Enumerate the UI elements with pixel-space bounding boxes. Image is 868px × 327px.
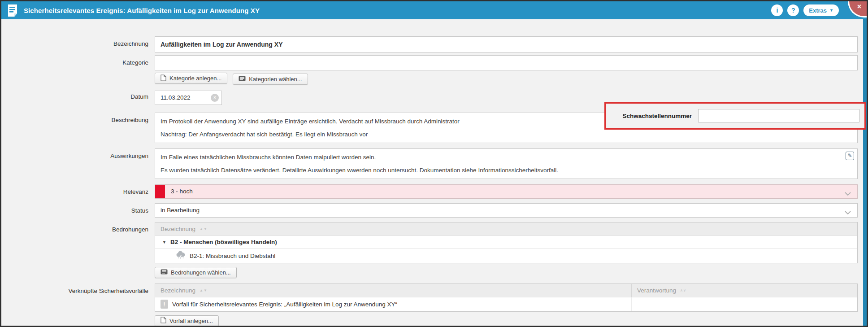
threat-item-label: B2-1: Missbrauch und Diebstahl <box>190 253 275 259</box>
schwachstellennummer-highlight-box: Schwachstellennummer <box>604 102 866 130</box>
clear-date-icon[interactable]: × <box>211 94 219 102</box>
list-icon <box>239 76 246 83</box>
status-value: in Bearbeitung <box>155 207 200 214</box>
auswirkungen-textarea[interactable]: Im Falle eines tatsächlichen Missbrauchs… <box>155 148 858 179</box>
info-button[interactable]: i <box>771 4 783 16</box>
table-row-threat-group[interactable]: ▼ B2 - Menschen (böswilliges Handeln) <box>155 235 857 249</box>
help-button[interactable]: ? <box>787 4 799 16</box>
new-document-icon <box>161 317 166 325</box>
threat-group-label: B2 - Menschen (böswilliges Handeln) <box>170 239 277 245</box>
incident-bezeichnung-cell: ! Vorfall für Sicherheitsrelevantes Erei… <box>155 297 632 311</box>
extras-button-label: Extras <box>809 7 827 14</box>
schwachstellennummer-label: Schwachstellennummer <box>606 113 698 119</box>
bedrohungen-table-header: Bezeichnung ▲▼ <box>155 222 857 235</box>
beschreibung-label: Beschreibung <box>1 113 155 123</box>
chevron-down-icon <box>845 209 851 216</box>
bedrohungen-label: Bedrohungen <box>1 222 155 233</box>
list-icon <box>161 269 168 276</box>
kategorie-label: Kategorie <box>1 55 155 66</box>
column-header-bezeichnung[interactable]: Bezeichnung ▲▼ <box>155 222 208 235</box>
table-row-threat-item[interactable]: B2-1: Missbrauch und Diebstahl <box>155 249 857 263</box>
kategorie-row: Kategorie <box>1 55 867 70</box>
kategorie-anlegen-button[interactable]: Kategorie anlegen... <box>155 73 227 84</box>
page-title: Sicherheitsrelevantes Ereignis: Aufällig… <box>24 7 260 14</box>
form-content: Bezeichnung Kategorie Kategorie anlegen.… <box>1 36 867 327</box>
vorfaelle-label: Verknüpfte Sicherheitsvorfälle <box>1 283 155 294</box>
kategorie-input[interactable] <box>155 55 858 70</box>
titlebar-actions: i ? Extras ▼ <box>771 1 839 19</box>
vorfaelle-row: Verknüpfte Sicherheitsvorfälle Bezeichnu… <box>1 283 867 312</box>
relevanz-select[interactable]: 3 - hoch <box>155 184 858 199</box>
bedrohungen-button-row: Bedrohungen wählen... <box>155 267 867 278</box>
vorfall-anlegen-button[interactable]: Vorfall anlegen... <box>155 315 219 327</box>
bedrohungen-waehlen-button[interactable]: Bedrohungen wählen... <box>155 267 237 278</box>
schwachstellennummer-input[interactable] <box>698 109 859 122</box>
bezeichnung-label: Bezeichnung <box>1 36 155 47</box>
column-header-bezeichnung[interactable]: Bezeichnung ▲▼ <box>155 284 632 297</box>
vorfall-button-row: Vorfall anlegen... <box>155 315 867 327</box>
incident-label: Vorfall für Sicherheitsrelevantes Ereign… <box>172 301 397 308</box>
status-row: Status in Bearbeitung <box>1 203 867 218</box>
beschreibung-line-2: Nachtrag: Der Anfangsverdacht hat sich b… <box>161 131 842 138</box>
edit-icon[interactable]: ✎ <box>846 152 854 160</box>
collapse-caret-icon: ▼ <box>162 240 166 244</box>
auswirkungen-line-2: Es wurden tatsächlich Datensätze verände… <box>161 167 842 174</box>
vorfaelle-table-header: Bezeichnung ▲▼ Verantwortung ∧∨ <box>155 284 857 297</box>
relevanz-row: Relevanz 3 - hoch <box>1 184 867 199</box>
threat-cloud-icon <box>176 251 186 261</box>
chevron-down-icon: ▼ <box>829 8 833 13</box>
kategorien-waehlen-label: Kategorien wählen... <box>249 76 302 83</box>
auswirkungen-row: Auswirkungen Im Falle eines tatsächliche… <box>1 148 867 179</box>
sort-icon: ▲▼ <box>200 227 208 231</box>
relevanz-label: Relevanz <box>1 184 155 195</box>
auswirkungen-label: Auswirkungen <box>1 148 155 159</box>
table-row-incident[interactable]: ! Vorfall für Sicherheitsrelevantes Erei… <box>155 297 857 311</box>
dialog-window: Sicherheitsrelevantes Ereignis: Aufällig… <box>0 0 868 327</box>
chevron-down-icon <box>845 190 851 197</box>
bezeichnung-input[interactable] <box>155 36 858 52</box>
incident-exclamation-icon: ! <box>161 300 168 309</box>
document-icon <box>8 4 17 17</box>
status-label: Status <box>1 203 155 214</box>
close-icon: × <box>857 3 861 11</box>
kategorie-buttons-row: Kategorie anlegen... Kategorien wählen..… <box>155 73 867 85</box>
status-select[interactable]: in Bearbeitung <box>155 203 858 218</box>
new-document-icon <box>161 74 166 83</box>
extras-button[interactable]: Extras ▼ <box>803 4 839 16</box>
sort-icon: ▲▼ <box>200 288 208 292</box>
vorfaelle-table: Bezeichnung ▲▼ Verantwortung ∧∨ ! <box>155 283 858 312</box>
datum-label: Datum <box>1 89 155 100</box>
bezeichnung-row: Bezeichnung <box>1 36 867 52</box>
kategorie-anlegen-label: Kategorie anlegen... <box>169 75 221 82</box>
bedrohungen-row: Bedrohungen Bezeichnung ▲▼ ▼ B2 - Mensch… <box>1 222 867 263</box>
relevanz-value: 3 - hoch <box>165 188 193 195</box>
bedrohungen-waehlen-label: Bedrohungen wählen... <box>171 269 231 276</box>
kategorien-waehlen-button[interactable]: Kategorien wählen... <box>233 74 308 85</box>
column-header-verantwortung[interactable]: Verantwortung ∧∨ <box>632 284 857 297</box>
vorfall-anlegen-label: Vorfall anlegen... <box>169 318 213 324</box>
auswirkungen-line-1: Im Falle eines tatsächlichen Missbrauchs… <box>161 154 842 161</box>
bedrohungen-table: Bezeichnung ▲▼ ▼ B2 - Menschen (böswilli… <box>155 222 858 263</box>
sort-icon: ∧∨ <box>680 288 686 292</box>
dialog-titlebar: Sicherheitsrelevantes Ereignis: Aufällig… <box>1 1 867 19</box>
relevance-color-block <box>155 185 165 198</box>
